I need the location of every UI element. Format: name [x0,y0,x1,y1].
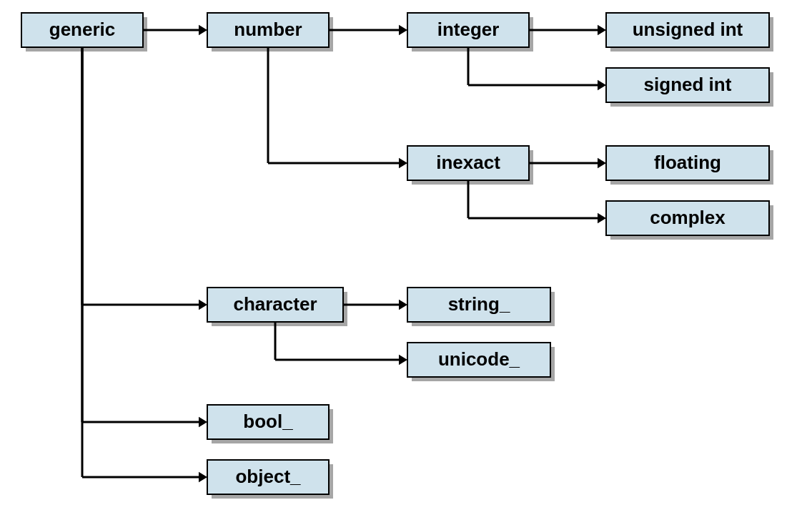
node-label-generic: generic [49,19,116,40]
arrowhead-icon [598,158,606,168]
edge-generic-to-bool- [82,47,199,422]
node-object-: object_ [207,460,333,499]
node-complex: complex [606,201,773,240]
node-label-character: character [233,293,317,315]
arrowhead-icon [598,80,606,90]
arrowhead-icon [598,25,606,35]
edge-inexact-to-complex [468,180,598,218]
edge-integer-to-signed-int [468,47,598,85]
node-bool-: bool_ [207,405,333,443]
node-label-number: number [234,19,302,40]
arrowhead-icon [199,417,207,427]
node-signed-int: signed int [606,68,773,107]
node-label-string-: string_ [448,293,510,315]
node-generic: generic [21,13,147,52]
node-label-complex: complex [650,207,726,228]
arrowhead-icon [399,300,407,310]
arrowhead-icon [199,300,207,310]
arrowhead-icon [199,472,207,482]
nodes-layer: genericnumberintegerunsigned intsigned i… [21,13,773,499]
edges-layer [82,25,606,482]
edge-character-to-unicode- [275,322,399,360]
node-label-inexact: inexact [436,152,500,173]
edge-generic-to-object- [82,47,199,477]
node-label-integer: integer [437,19,500,40]
edge-number-to-inexact [268,47,399,163]
node-character: character [207,288,347,326]
node-label-unsigned-int: unsigned int [633,19,743,40]
arrowhead-icon [199,25,207,35]
node-label-object-: object_ [235,466,301,487]
edge-generic-to-character [82,47,199,305]
node-floating: floating [606,146,773,185]
node-inexact: inexact [407,146,533,185]
node-unicode-: unicode_ [407,343,555,381]
arrowhead-icon [399,355,407,365]
type-hierarchy-diagram: genericnumberintegerunsigned intsigned i… [0,0,812,510]
arrowhead-icon [598,213,606,223]
node-label-signed-int: signed int [644,74,732,95]
node-string-: string_ [407,288,555,326]
node-number: number [207,13,333,52]
node-label-unicode-: unicode_ [438,348,520,370]
node-integer: integer [407,13,533,52]
node-label-floating: floating [654,152,721,173]
arrowhead-icon [399,158,407,168]
arrowhead-icon [399,25,407,35]
node-unsigned-int: unsigned int [606,13,773,52]
node-label-bool-: bool_ [243,411,293,432]
